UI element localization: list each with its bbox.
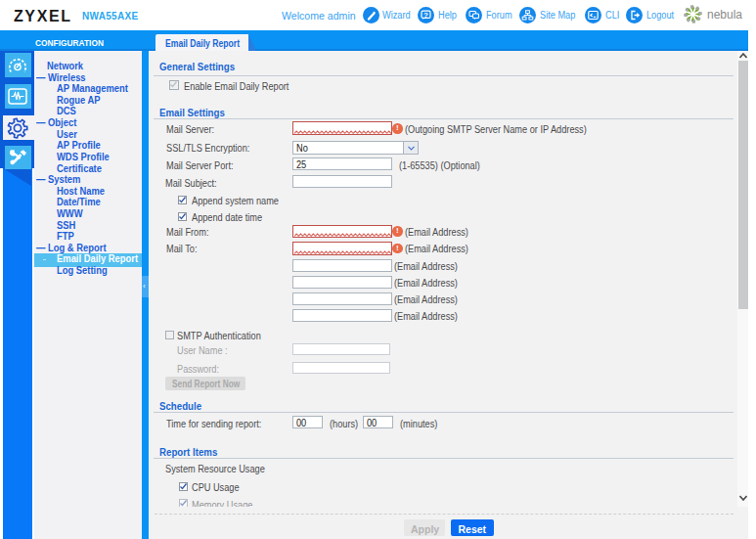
svg-text:?: ? (423, 11, 428, 20)
